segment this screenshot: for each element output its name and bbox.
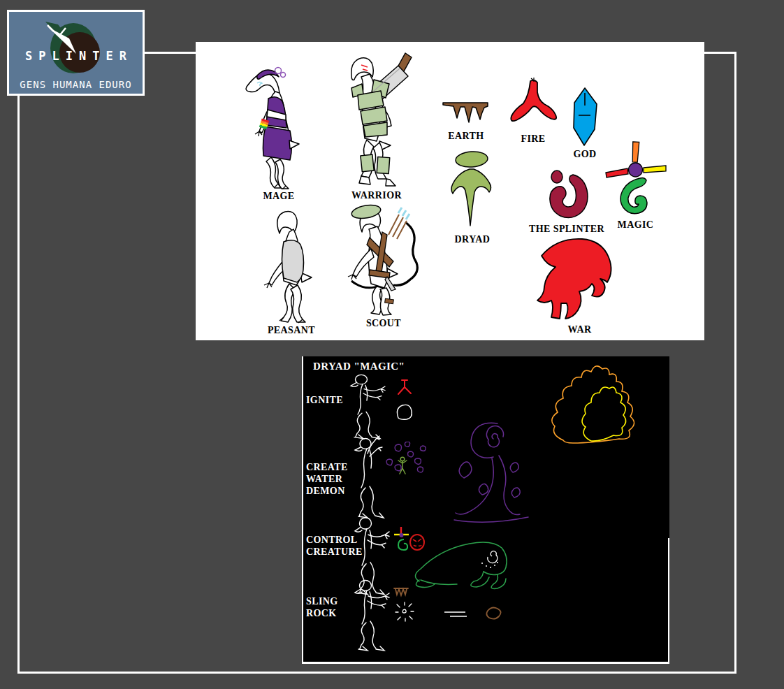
mage-drawing bbox=[236, 65, 321, 189]
figure-label: PEASANT bbox=[268, 325, 315, 336]
warrior-drawing bbox=[331, 52, 423, 189]
creature-drawing bbox=[409, 537, 539, 593]
symbol-label: FIRE bbox=[521, 133, 545, 145]
page: SPLINTER GENS HUMANA EDURO bbox=[0, 0, 784, 689]
symbol-the-splinter: THE SPLINTER bbox=[528, 168, 606, 235]
figure-label: WARRIOR bbox=[351, 190, 402, 201]
magic-symbol bbox=[604, 140, 668, 218]
dryad-symbol bbox=[449, 150, 496, 233]
fire-symbol bbox=[507, 77, 560, 127]
figure-mage: MAGE bbox=[236, 65, 321, 202]
peasant-drawing bbox=[254, 208, 328, 324]
spell-panel-title: DRYAD "MAGIC" bbox=[313, 361, 405, 372]
figure-warrior: WARRIOR bbox=[331, 52, 423, 201]
flame-drawing bbox=[546, 361, 668, 446]
symbol-magic: MAGIC bbox=[602, 140, 669, 231]
logo-title: SPLINTER bbox=[9, 49, 143, 63]
symbol-label: WAR bbox=[568, 324, 592, 335]
symbol-war: WAR bbox=[529, 235, 630, 335]
symbol-earth: EARTH bbox=[440, 98, 492, 142]
mini-demon-figure-icon bbox=[398, 457, 407, 474]
earth-symbol bbox=[442, 98, 491, 129]
scout-drawing bbox=[337, 203, 430, 317]
impact-sparkle-drawing bbox=[394, 601, 415, 622]
spell-panel: DRYAD "MAGIC" IGNITE CREATE WATER DEMON … bbox=[302, 356, 669, 664]
god-symbol bbox=[569, 86, 600, 147]
ignite-caster-drawing bbox=[344, 373, 398, 442]
spell-label-ignite: IGNITE bbox=[306, 394, 343, 406]
flying-rock-drawing bbox=[443, 605, 507, 623]
war-symbol bbox=[529, 235, 630, 323]
symbol-dryad: DRYAD bbox=[447, 150, 498, 245]
spell-label-create-water-demon: CREATE WATER DEMON bbox=[306, 461, 348, 497]
character-panel: MAGE bbox=[196, 42, 704, 340]
symbol-label: EARTH bbox=[448, 131, 484, 142]
symbol-label: GOD bbox=[573, 149, 596, 160]
logo-motto: GENS HUMANA EDURO bbox=[9, 79, 143, 90]
water-droplets-drawing bbox=[376, 442, 429, 488]
symbol-label: DRYAD bbox=[455, 234, 491, 245]
symbol-label: THE SPLINTER bbox=[529, 224, 604, 235]
symbol-fire: FIRE bbox=[505, 77, 561, 145]
figure-label: MAGE bbox=[263, 191, 294, 202]
figure-label: SCOUT bbox=[366, 318, 401, 329]
mini-earth-sigil-drawing bbox=[393, 586, 411, 601]
the-splinter-symbol bbox=[541, 168, 593, 222]
water-demon-drawing bbox=[453, 419, 531, 525]
logo: SPLINTER GENS HUMANA EDURO bbox=[7, 10, 145, 96]
spell-label-sling-rock: SLING ROCK bbox=[306, 595, 338, 619]
symbol-label: MAGIC bbox=[618, 219, 654, 231]
fire-spark-and-rock-drawing bbox=[391, 377, 418, 422]
symbol-god: GOD bbox=[569, 86, 601, 160]
figure-peasant: PEASANT bbox=[254, 208, 328, 336]
spell-panel-border bbox=[668, 538, 669, 662]
figure-scout: SCOUT bbox=[337, 203, 430, 329]
